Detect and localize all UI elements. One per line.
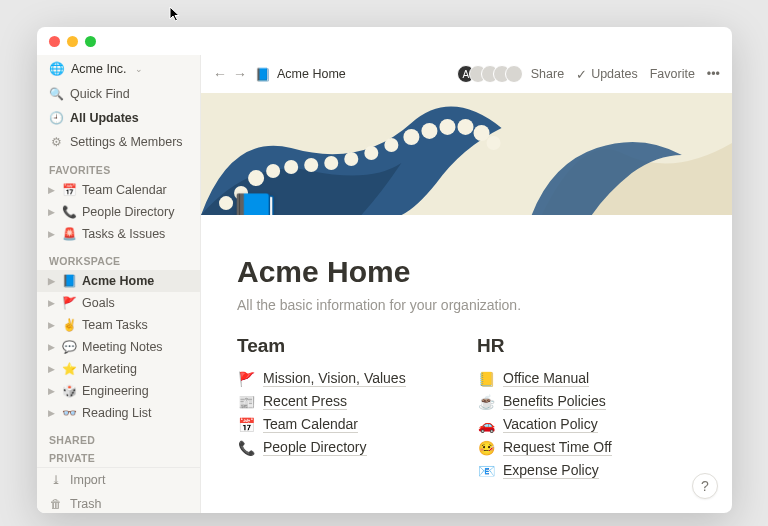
app-window: 🌐 Acme Inc. ⌄ 🔍 Quick Find 🕘 All Updates… (37, 27, 732, 513)
share-button[interactable]: Share (531, 67, 564, 81)
svg-point-1 (248, 170, 264, 186)
sidebar: 🌐 Acme Inc. ⌄ 🔍 Quick Find 🕘 All Updates… (37, 55, 201, 513)
back-button[interactable]: ← (213, 66, 227, 82)
column-team: Team🚩Mission, Vision, Values📰Recent Pres… (237, 335, 437, 482)
page-link-label: Office Manual (503, 370, 589, 387)
presence-avatars[interactable]: A (457, 65, 523, 83)
page-link-label: Vacation Policy (503, 416, 598, 433)
sidebar-item-label: Tasks & Issues (82, 225, 194, 243)
workspace-icon: 🌐 (49, 61, 65, 76)
trash-button[interactable]: 🗑 Trash (37, 492, 200, 513)
page-link-people-directory[interactable]: 📞People Directory (237, 436, 437, 459)
page-emoji-icon: 📧 (477, 463, 495, 479)
sidebar-item-label: Acme Home (82, 272, 194, 290)
svg-point-7 (364, 146, 378, 160)
all-updates-label: All Updates (70, 109, 139, 127)
gear-icon: ⚙︎ (49, 133, 63, 151)
trash-icon: 🗑 (49, 495, 63, 513)
close-window-button[interactable] (49, 36, 60, 47)
disclosure-triangle-icon[interactable]: ▶ (45, 316, 57, 334)
zoom-window-button[interactable] (85, 36, 96, 47)
page-emoji-icon: 📅 (62, 181, 77, 199)
page-link-label: People Directory (263, 439, 367, 456)
sidebar-item-team-tasks[interactable]: ▶✌️Team Tasks (37, 314, 200, 336)
disclosure-triangle-icon[interactable]: ▶ (45, 382, 57, 400)
svg-point-6 (344, 152, 358, 166)
sidebar-item-label: Team Calendar (82, 181, 194, 199)
sidebar-item-goals[interactable]: ▶🚩Goals (37, 292, 200, 314)
page-link-label: Expense Policy (503, 462, 599, 479)
page-link-request-time-off[interactable]: 🤒Request Time Off (477, 436, 677, 459)
page-link-vacation-policy[interactable]: 🚗Vacation Policy (477, 413, 677, 436)
page-emoji-icon: 🚨 (62, 225, 77, 243)
workspace-switcher[interactable]: 🌐 Acme Inc. ⌄ (37, 55, 200, 82)
page-subtitle: All the basic information for your organ… (237, 297, 696, 313)
more-menu-button[interactable]: ••• (707, 67, 720, 81)
page-link-label: Team Calendar (263, 416, 358, 433)
page-link-benefits-policies[interactable]: ☕Benefits Policies (477, 390, 677, 413)
disclosure-triangle-icon[interactable]: ▶ (45, 272, 57, 290)
column-hr: HR📒Office Manual☕Benefits Policies🚗Vacat… (477, 335, 677, 482)
sidebar-item-team-calendar[interactable]: ▶📅Team Calendar (37, 179, 200, 201)
updates-button[interactable]: ✓Updates (576, 67, 638, 82)
svg-point-14 (487, 136, 501, 150)
page-link-team-calendar[interactable]: 📅Team Calendar (237, 413, 437, 436)
updates-label: Updates (591, 67, 638, 81)
sidebar-item-marketing[interactable]: ▶⭐Marketing (37, 358, 200, 380)
page-emoji-icon: 🚩 (62, 294, 77, 312)
disclosure-triangle-icon[interactable]: ▶ (45, 181, 57, 199)
os-cursor (169, 6, 183, 24)
page-link-mission-vision-values[interactable]: 🚩Mission, Vision, Values (237, 367, 437, 390)
sidebar-item-acme-home[interactable]: ▶📘Acme Home (37, 270, 200, 292)
sidebar-item-label: Marketing (82, 360, 194, 378)
sidebar-item-engineering[interactable]: ▶🎲Engineering (37, 380, 200, 402)
page-link-label: Recent Press (263, 393, 347, 410)
page-link-expense-policy[interactable]: 📧Expense Policy (477, 459, 677, 482)
breadcrumb-label: Acme Home (277, 67, 346, 81)
cover-image[interactable]: 📘 (201, 93, 732, 215)
check-icon: ✓ (576, 67, 587, 82)
page-emoji-icon: 📰 (237, 394, 255, 410)
page-link-recent-press[interactable]: 📰Recent Press (237, 390, 437, 413)
page-emoji-icon: ☕ (477, 394, 495, 410)
sidebar-item-meeting-notes[interactable]: ▶💬Meeting Notes (37, 336, 200, 358)
favorite-button[interactable]: Favorite (650, 67, 695, 81)
svg-point-8 (384, 138, 398, 152)
import-button[interactable]: ⤓ Import (37, 468, 200, 492)
disclosure-triangle-icon[interactable]: ▶ (45, 338, 57, 356)
breadcrumb[interactable]: 📘 Acme Home (255, 67, 346, 82)
disclosure-triangle-icon[interactable]: ▶ (45, 225, 57, 243)
disclosure-triangle-icon[interactable]: ▶ (45, 203, 57, 221)
page-link-office-manual[interactable]: 📒Office Manual (477, 367, 677, 390)
favorites-header: FAVORITES (37, 154, 200, 179)
page-emoji-icon: 📒 (477, 371, 495, 387)
svg-point-3 (284, 160, 298, 174)
page-icon[interactable]: 📘 (229, 189, 281, 215)
disclosure-triangle-icon[interactable]: ▶ (45, 404, 57, 422)
page-emoji-icon: 📞 (237, 440, 255, 456)
disclosure-triangle-icon[interactable]: ▶ (45, 360, 57, 378)
svg-point-2 (266, 164, 280, 178)
help-button[interactable]: ? (692, 473, 718, 499)
all-updates-button[interactable]: 🕘 All Updates (37, 106, 200, 130)
sidebar-item-label: Team Tasks (82, 316, 194, 334)
page-emoji-icon: ✌️ (62, 316, 77, 334)
quick-find-button[interactable]: 🔍 Quick Find (37, 82, 200, 106)
page-link-label: Request Time Off (503, 439, 612, 456)
import-icon: ⤓ (49, 471, 63, 489)
sidebar-item-reading-list[interactable]: ▶👓Reading List (37, 402, 200, 424)
settings-members-button[interactable]: ⚙︎ Settings & Members (37, 130, 200, 154)
workspace-header: WORKSPACE (37, 245, 200, 270)
disclosure-triangle-icon[interactable]: ▶ (45, 294, 57, 312)
sidebar-item-tasks-issues[interactable]: ▶🚨Tasks & Issues (37, 223, 200, 245)
minimize-window-button[interactable] (67, 36, 78, 47)
sidebar-item-people-directory[interactable]: ▶📞People Directory (37, 201, 200, 223)
quick-find-label: Quick Find (70, 85, 130, 103)
page-emoji-icon: ⭐ (62, 360, 77, 378)
svg-point-9 (403, 129, 419, 145)
page-emoji-icon: 🚩 (237, 371, 255, 387)
page-emoji-icon: 🎲 (62, 382, 77, 400)
forward-button[interactable]: → (233, 66, 247, 82)
svg-point-13 (474, 125, 490, 141)
column-heading: HR (477, 335, 677, 357)
